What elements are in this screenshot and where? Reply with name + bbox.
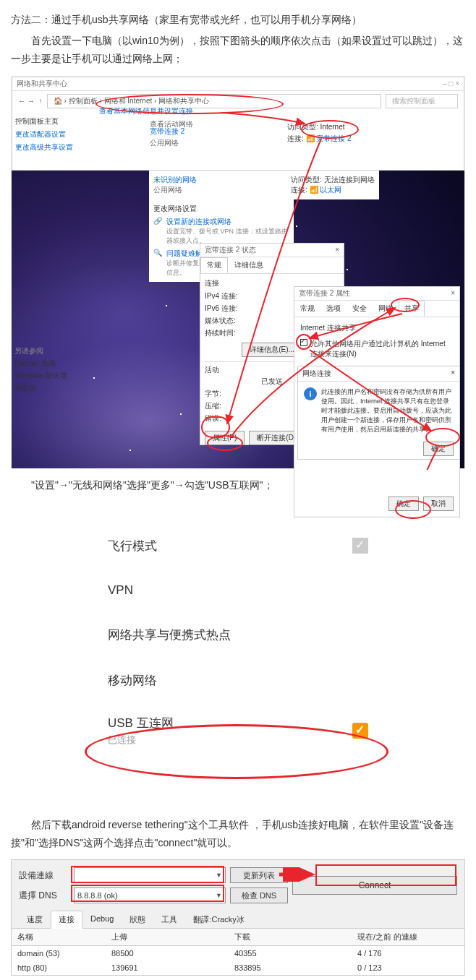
status-title: 宽带连接 2 状态	[205, 245, 256, 255]
usb-sub: 已连接	[108, 734, 174, 747]
phone-airplane-row[interactable]: 飞行模式	[86, 523, 390, 569]
media-label: 媒体状态:	[205, 316, 236, 326]
compress-label: 压缩:	[205, 401, 221, 411]
change-net-label: 更改网络设置	[153, 204, 289, 214]
ethernet-link[interactable]: 以太网	[320, 186, 341, 194]
see-also-section: 另请参阅 Internet 选项 Windows 防火墙 家庭组	[14, 344, 87, 395]
accesstype2-label: 访问类型:	[291, 176, 322, 184]
col-name: 名稱	[12, 929, 106, 945]
phone-mobile-row[interactable]: 移动网络	[86, 658, 390, 703]
dns-value: 8.8.8.8 (ok)	[77, 891, 118, 900]
properties-button[interactable]: 属性(P)	[205, 431, 245, 445]
window-titlebar: 网络和共享中心 – □ ×	[12, 77, 464, 91]
conn2-label: 连接:	[291, 186, 307, 194]
prop-tab-network[interactable]: 网络	[373, 301, 399, 317]
desc-3: 然后下载android reverse tethering"这个工具软件 ，手机…	[11, 816, 465, 852]
vpn-label: VPN	[108, 583, 133, 598]
phone-hotspot-row[interactable]: 网络共享与便携式热点	[86, 612, 390, 658]
prop-tab-options[interactable]: 选项	[320, 301, 347, 317]
dev-select[interactable]: ▼	[74, 867, 226, 883]
tab-status[interactable]: 狀態	[122, 911, 153, 929]
bc-network-center[interactable]: 网络和共享中心	[158, 97, 209, 105]
cell: 4 / 176	[352, 946, 464, 960]
new-conn-icon: 🔗	[153, 217, 162, 246]
new-conn-link[interactable]: 设置新的连接或网络	[166, 217, 289, 227]
sidebar-adapter[interactable]: 更改适配器设置	[15, 129, 88, 139]
back-icon[interactable]: ← →	[18, 97, 35, 105]
col-upload: 上傳	[106, 929, 229, 945]
phone-vpn-row[interactable]: VPN	[86, 569, 390, 612]
broadband-conn-link[interactable]: 宽带连接 2	[150, 127, 184, 135]
col-download: 下載	[229, 929, 352, 945]
prop-tab-general[interactable]: 常规	[294, 301, 320, 317]
bc-network-internet[interactable]: 网络和 Internet	[104, 97, 153, 105]
screenshot-art-tool: 設備連線 ▼ 更新列表 Connect 選擇 DNS 8.8.8.8 (ok)▼…	[11, 859, 465, 976]
prop-tab-security[interactable]: 安全	[347, 301, 373, 317]
connection-link[interactable]: 宽带连接 2	[316, 134, 351, 142]
errors-label: 错误:	[205, 413, 221, 424]
dev-label: 設備連線	[19, 869, 69, 882]
window-title: 网络和共享中心	[17, 79, 67, 89]
noaccess-value: 无法连接到网络	[324, 176, 375, 184]
art-tabs: 速度 連接 Debug 狀態 工具 翻譯:Cracky冰	[12, 911, 464, 929]
check-dns-button[interactable]: 檢查 DNS	[230, 887, 288, 903]
window-close[interactable]: – □ ×	[443, 79, 459, 87]
screenshot-windows-network: 网络和共享中心 – □ × ← → ↑ 🏠 › 控制面板 › 网络和 Inter…	[11, 76, 465, 469]
connect-button[interactable]: Connect	[292, 876, 457, 895]
sharing-group-label: Internet 连接共享	[300, 323, 454, 333]
cell: 139691	[106, 960, 229, 975]
sa-homegroup[interactable]: 家庭组	[14, 383, 87, 393]
connections-label: 连接:	[287, 134, 304, 142]
status-close-icon[interactable]: ×	[335, 246, 339, 254]
screenshot-phone: 飞行模式 VPN 网络共享与便携式热点 移动网络 USB 互连网 已连接	[79, 509, 397, 773]
table-row: http (80) 139691 833895 0 / 123	[12, 960, 464, 975]
table-row: domain (53) 88500 40355 4 / 176	[12, 946, 464, 960]
col-conn: 現在/之前 的連線	[352, 929, 464, 945]
dlg-title: 网络连接	[302, 369, 331, 377]
mobile-label: 移动网络	[108, 672, 157, 689]
cell: http (80)	[12, 960, 106, 975]
sa-firewall[interactable]: Windows 防火墙	[14, 371, 87, 381]
ipv4-label: IPv4 连接:	[205, 291, 238, 301]
sidebar-sharing[interactable]: 更改高级共享设置	[15, 142, 88, 152]
access-type-label: 访问类型:	[287, 123, 318, 131]
usb-checkbox[interactable]	[352, 723, 368, 739]
status-tab-general[interactable]: 常规	[200, 257, 228, 273]
allow-sharing-checkbox[interactable]	[300, 339, 307, 346]
network-dialog: 网络连接× i 此连接的用户名和密码没有存储为供所有用户使用。因此，Intern…	[297, 366, 460, 460]
breadcrumb-home-icon[interactable]: 🏠	[54, 97, 62, 105]
update-list-button[interactable]: 更新列表	[230, 867, 288, 883]
ethernet-section: 访问类型: 无法连接到网络 连接: 📶 以太网	[286, 171, 379, 199]
control-panel-window: 网络和共享中心 – □ × ← → ↑ 🏠 › 控制面板 › 网络和 Inter…	[12, 77, 464, 171]
sa-internet-options[interactable]: Internet 选项	[14, 358, 87, 369]
bc-control-panel[interactable]: 控制面板	[69, 97, 98, 105]
cell: 40355	[229, 946, 352, 960]
cell: 0 / 123	[352, 960, 464, 975]
sidebar-home[interactable]: 控制面板主页	[15, 116, 88, 126]
desc-1: 首先设置一下电脑（以win10为例），按照下图箭头的顺序依次点击（如果设置过可以…	[11, 32, 465, 68]
phone-usb-row[interactable]: USB 互连网 已连接	[86, 703, 390, 758]
status-tab-details[interactable]: 详细信息	[228, 257, 270, 273]
tab-connect[interactable]: 連接	[51, 911, 82, 929]
prop-cancel-button[interactable]: 取消	[423, 497, 454, 511]
prop-tab-sharing[interactable]: 共享	[399, 301, 425, 317]
tab-speed[interactable]: 速度	[19, 911, 51, 929]
dns-select[interactable]: 8.8.8.8 (ok)▼	[74, 887, 226, 903]
dlg-close-icon[interactable]: ×	[451, 369, 455, 377]
search-input[interactable]: 搜索控制面板	[386, 94, 458, 108]
tab-translate[interactable]: 翻譯:Cracky冰	[185, 911, 252, 929]
airplane-checkbox[interactable]	[352, 538, 368, 554]
chevron-down-icon: ▼	[216, 892, 222, 899]
dlg-ok-button[interactable]: 确定	[423, 442, 454, 456]
duration-label: 持续时间:	[205, 328, 236, 338]
cell: 833895	[229, 960, 352, 975]
cell: 88500	[106, 946, 229, 960]
prop-close-icon[interactable]: ×	[451, 289, 455, 297]
tab-tools[interactable]: 工具	[153, 911, 185, 929]
seealso-label: 另请参阅	[14, 346, 87, 356]
chevron-down-icon: ▼	[216, 872, 222, 879]
prop-title: 宽带连接 2 属性	[299, 288, 350, 298]
tab-debug[interactable]: Debug	[82, 911, 122, 929]
allow-sharing-label: 允许其他网络用户通过此计算机的 Internet 连接来连接(N)	[310, 339, 454, 359]
dns-label: 選擇 DNS	[19, 890, 69, 902]
